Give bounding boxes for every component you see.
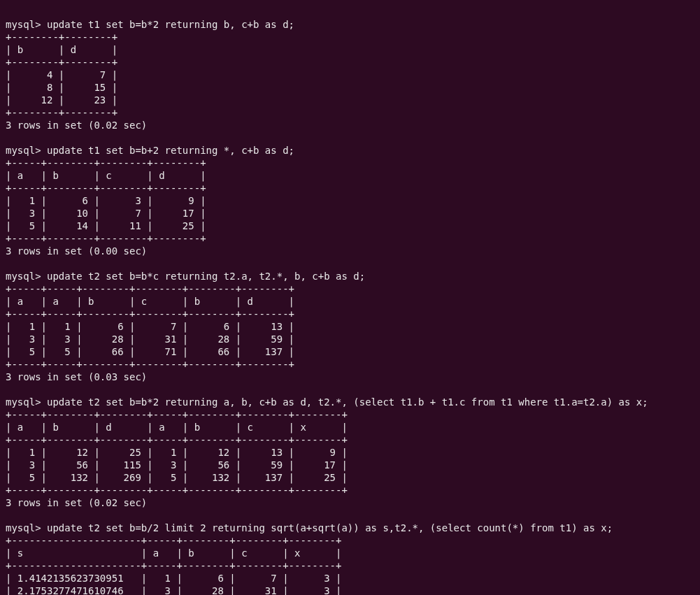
terminal-output: mysql> update t1 set b=b*2 returning b, … (6, 18, 694, 595)
